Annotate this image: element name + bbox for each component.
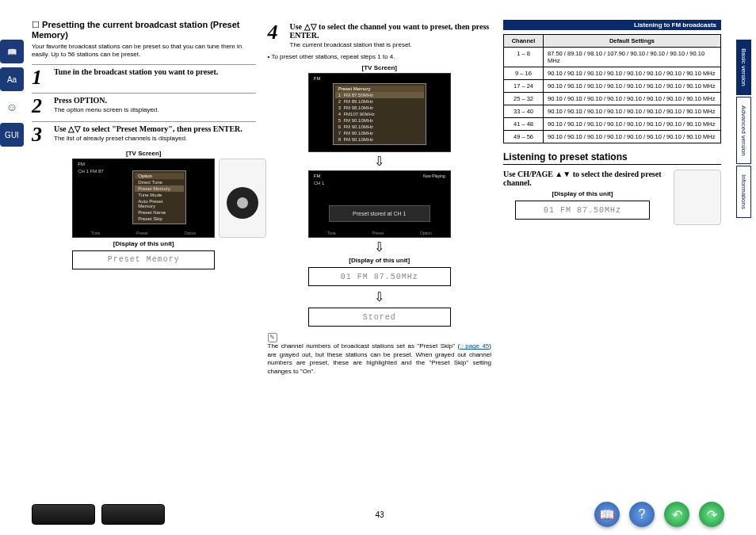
- tv-screen-stored: FMNow Playing CH 1 Preset stored at CH 1…: [308, 170, 451, 238]
- column-3: Listening to FM broadcasts ChannelDefaul…: [503, 20, 721, 464]
- step-sub: The list of already preset channels is d…: [54, 135, 256, 142]
- device-rear-button[interactable]: [101, 504, 165, 525]
- page-link[interactable]: ☞page 45: [460, 342, 489, 350]
- step-sub: The current broadcast station that is pr…: [290, 41, 492, 48]
- tab-basic[interactable]: Basic version: [736, 40, 751, 95]
- section-desc: Your favorite broadcast stations can be …: [32, 43, 256, 59]
- display-unit-label: [Display of this unit]: [32, 240, 256, 247]
- bottom-nav: 43 📖 ? ↶ ↷: [32, 502, 724, 527]
- step-1: 1 Tune in the broadcast station you want…: [32, 64, 256, 88]
- home-button[interactable]: 📖: [594, 502, 620, 527]
- down-arrow-icon: ⇩: [268, 154, 492, 169]
- step-sub: The option menu screen is displayed.: [54, 106, 256, 113]
- step-4: 4 Use △▽ to select the channel you want …: [268, 20, 492, 48]
- page-number: 43: [375, 510, 384, 519]
- back-button[interactable]: ↶: [664, 502, 689, 527]
- pencil-icon: ✎: [268, 333, 277, 342]
- device-front-button[interactable]: [32, 504, 95, 525]
- right-tabs: Basic version Advanced version Informati…: [736, 40, 756, 220]
- gui-icon[interactable]: GUI: [0, 123, 24, 147]
- header-breadcrumb: Listening to FM broadcasts: [503, 20, 721, 30]
- down-arrow-icon: ⇩: [268, 289, 492, 304]
- chpage-instruction: Use CH/PAGE ▲▼ to select the desired pre…: [503, 170, 662, 187]
- step-num: 3: [32, 124, 49, 145]
- left-icon-rail: 📖 Aa ☺ GUI: [0, 40, 28, 147]
- step-title: Use △▽ to select "Preset Memory", then p…: [54, 124, 256, 133]
- repeat-note: • To preset other stations, repeat steps…: [268, 53, 492, 61]
- step-title: Tune in the broadcast station you want t…: [54, 67, 256, 76]
- unit-display-stored: Stored: [308, 308, 451, 327]
- tab-informations[interactable]: Informations: [736, 166, 751, 218]
- step-3: 3 Use △▽ to select "Preset Memory", then…: [32, 121, 256, 145]
- step-num: 2: [32, 96, 49, 117]
- section-title-preset: Listening to preset stations: [503, 151, 721, 165]
- down-arrow-icon: ⇩: [268, 239, 492, 254]
- unit-display: 01 FM 87.50MHz: [515, 201, 650, 220]
- default-settings-table: ChannelDefault Settings 1 – 887.50 / 89.…: [503, 34, 721, 143]
- aa-icon[interactable]: Aa: [0, 67, 24, 91]
- step-2: 2 Press OPTION. The option menu screen i…: [32, 93, 256, 117]
- step-num: 1: [32, 67, 49, 88]
- display-unit-label: [Display of this unit]: [503, 190, 662, 197]
- remote-illustration: [219, 159, 266, 238]
- tv-screen-label: [TV Screen]: [32, 150, 256, 157]
- display-unit-label: [Display of this unit]: [268, 257, 492, 264]
- book-icon[interactable]: 📖: [0, 40, 24, 63]
- preset-skip-note: ✎ The channel numbers of broadcast stati…: [268, 333, 492, 376]
- step-title: Press OPTION.: [54, 96, 256, 105]
- remote-illustration: [674, 170, 721, 225]
- step-num: 4: [268, 22, 285, 48]
- tab-advanced[interactable]: Advanced version: [736, 97, 751, 165]
- column-2: 4 Use △▽ to select the channel you want …: [268, 20, 492, 464]
- unit-display: 01 FM 87.50MHz: [308, 267, 451, 286]
- section-title: Presetting the current broadcast station…: [32, 20, 256, 40]
- column-1: Presetting the current broadcast station…: [32, 20, 256, 464]
- tv-screen-label: [TV Screen]: [268, 64, 492, 71]
- tv-screen-option-menu: FM CH 1 FM 87 Option Direct Tune Preset …: [72, 159, 215, 238]
- step-title: Use △▽ to select the channel you want to…: [290, 22, 492, 40]
- tv-screen-preset-list: FM Preset Memory 1 FM 87.50MHz 2 FM 89.1…: [308, 73, 451, 152]
- unit-display: Preset Memory: [72, 250, 215, 269]
- forward-button[interactable]: ↷: [699, 502, 724, 527]
- help-button[interactable]: ?: [629, 502, 655, 527]
